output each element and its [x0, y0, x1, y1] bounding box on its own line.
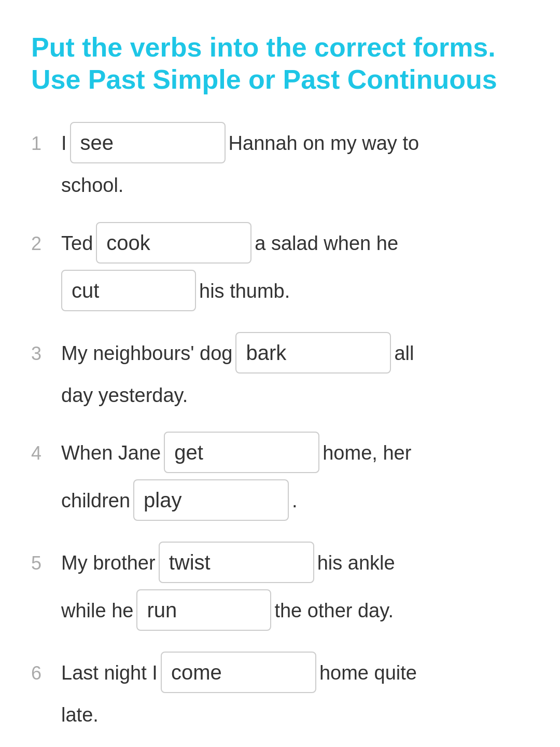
- verb-input-4a[interactable]: get: [164, 432, 319, 473]
- verb-input-1[interactable]: see: [70, 122, 226, 163]
- word: the other day.: [274, 595, 394, 627]
- word: Last night I: [61, 657, 158, 689]
- verb-input-5b[interactable]: run: [136, 589, 271, 631]
- sentence-5: My brother twist his ankle while he run …: [61, 542, 529, 631]
- number-4: 4: [31, 438, 52, 468]
- sentence-6: Last night I come home quite late.: [61, 652, 529, 731]
- word: children: [61, 485, 130, 517]
- word: Hannah on my way to: [229, 128, 419, 159]
- sentence-2: Ted cook a salad when he cut his thumb.: [61, 222, 529, 311]
- word: his thumb.: [199, 275, 290, 307]
- word: home quite: [319, 657, 417, 689]
- verb-input-4b[interactable]: play: [133, 479, 289, 521]
- word: school.: [61, 170, 123, 201]
- word: I: [61, 128, 67, 159]
- verb-input-2a[interactable]: cook: [96, 222, 251, 264]
- exercise-item-1: 1 I see Hannah on my way to school.: [31, 122, 529, 201]
- exercise-list: 1 I see Hannah on my way to school. 2 Te…: [31, 122, 529, 731]
- page-container: Put the verbs into the correct forms. Us…: [31, 31, 529, 731]
- word: late.: [61, 699, 99, 731]
- verb-input-5a[interactable]: twist: [159, 542, 314, 583]
- exercise-item-6: 6 Last night I come home quite late.: [31, 652, 529, 731]
- number-3: 3: [31, 339, 52, 369]
- word: all: [394, 338, 414, 369]
- word: day yesterday.: [61, 380, 188, 411]
- word: a salad when he: [255, 228, 398, 259]
- word: home, her: [323, 437, 411, 469]
- number-5: 5: [31, 548, 52, 578]
- verb-input-2b[interactable]: cut: [61, 270, 196, 311]
- sentence-1: I see Hannah on my way to school.: [61, 122, 529, 201]
- number-6: 6: [31, 658, 52, 688]
- exercise-item-3: 3 My neighbours' dog bark all day yester…: [31, 332, 529, 411]
- word: his ankle: [317, 547, 395, 579]
- page-title: Put the verbs into the correct forms. Us…: [31, 31, 529, 96]
- word: When Jane: [61, 437, 161, 469]
- sentence-3: My neighbours' dog bark all day yesterda…: [61, 332, 529, 411]
- title-line2: Use Past Simple or Past Continuous: [31, 64, 497, 94]
- word: Ted: [61, 228, 93, 259]
- exercise-item-2: 2 Ted cook a salad when he cut his thumb…: [31, 222, 529, 311]
- exercise-item-4: 4 When Jane get home, her children play …: [31, 432, 529, 521]
- exercise-item-5: 5 My brother twist his ankle while he ru…: [31, 542, 529, 631]
- word: My brother: [61, 547, 156, 579]
- verb-input-3[interactable]: bark: [235, 332, 391, 374]
- number-1: 1: [31, 129, 52, 159]
- word: while he: [61, 595, 133, 627]
- sentence-4: When Jane get home, her children play .: [61, 432, 529, 521]
- word: My neighbours' dog: [61, 338, 232, 369]
- title-line1: Put the verbs into the correct forms.: [31, 32, 496, 62]
- verb-input-6[interactable]: come: [161, 652, 316, 693]
- word: .: [292, 485, 298, 517]
- number-2: 2: [31, 229, 52, 259]
